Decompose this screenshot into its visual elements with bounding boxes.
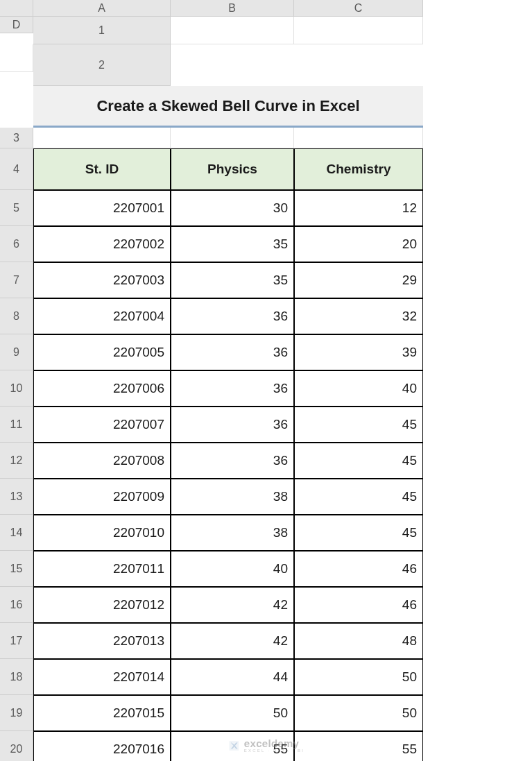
column-header-D[interactable]: D xyxy=(0,17,33,33)
table-cell-chemistry[interactable]: 50 xyxy=(294,659,423,695)
table-cell-id[interactable]: 2207006 xyxy=(33,370,171,407)
table-cell-chemistry[interactable]: 46 xyxy=(294,551,423,587)
table-cell-chemistry[interactable]: 32 xyxy=(294,298,423,334)
table-cell-physics[interactable]: 42 xyxy=(171,623,294,659)
table-cell-chemistry[interactable]: 40 xyxy=(294,370,423,407)
table-cell-physics[interactable]: 40 xyxy=(171,551,294,587)
row-header-14[interactable]: 14 xyxy=(0,515,33,551)
table-cell-id[interactable]: 2207013 xyxy=(33,623,171,659)
cell[interactable] xyxy=(294,17,423,44)
row-header-2[interactable]: 2 xyxy=(33,44,171,86)
row-header-12[interactable]: 12 xyxy=(0,443,33,479)
cell[interactable] xyxy=(171,128,294,148)
row-header-20[interactable]: 20 xyxy=(0,731,33,761)
row-header-6[interactable]: 6 xyxy=(0,226,33,262)
table-cell-chemistry[interactable]: 39 xyxy=(294,334,423,370)
column-header-B[interactable]: B xyxy=(171,0,294,17)
table-cell-id[interactable]: 2207005 xyxy=(33,334,171,370)
row-header-1[interactable]: 1 xyxy=(33,17,171,44)
table-header-id[interactable]: St. ID xyxy=(33,148,171,190)
table-cell-chemistry[interactable]: 45 xyxy=(294,407,423,443)
page-title[interactable]: Create a Skewed Bell Curve in Excel xyxy=(33,86,423,128)
row-header-13[interactable]: 13 xyxy=(0,479,33,515)
table-cell-chemistry[interactable]: 29 xyxy=(294,262,423,298)
table-cell-chemistry[interactable]: 20 xyxy=(294,226,423,262)
table-cell-physics[interactable]: 30 xyxy=(171,190,294,226)
table-cell-id[interactable]: 2207003 xyxy=(33,262,171,298)
table-cell-chemistry[interactable]: 55 xyxy=(294,731,423,761)
excel-icon xyxy=(228,739,240,752)
table-cell-id[interactable]: 2207001 xyxy=(33,190,171,226)
table-header-physics[interactable]: Physics xyxy=(171,148,294,190)
table-cell-physics[interactable]: 38 xyxy=(171,479,294,515)
watermark-main: exceldemy xyxy=(244,738,304,749)
column-header-A[interactable]: A xyxy=(33,0,171,17)
table-cell-chemistry[interactable]: 48 xyxy=(294,623,423,659)
table-cell-chemistry[interactable]: 45 xyxy=(294,443,423,479)
table-cell-physics[interactable]: 35 xyxy=(171,226,294,262)
table-cell-chemistry[interactable]: 45 xyxy=(294,479,423,515)
table-cell-chemistry[interactable]: 12 xyxy=(294,190,423,226)
table-cell-id[interactable]: 2207009 xyxy=(33,479,171,515)
table-cell-physics[interactable]: 38 xyxy=(171,515,294,551)
watermark-sub: EXCEL · DATA · BI xyxy=(244,749,304,753)
row-header-3[interactable]: 3 xyxy=(0,128,33,148)
table-cell-physics[interactable]: 36 xyxy=(171,443,294,479)
table-cell-id[interactable]: 2207007 xyxy=(33,407,171,443)
watermark: exceldemy EXCEL · DATA · BI xyxy=(228,738,304,753)
table-cell-physics[interactable]: 42 xyxy=(171,587,294,623)
table-cell-id[interactable]: 2207015 xyxy=(33,695,171,731)
row-header-8[interactable]: 8 xyxy=(0,298,33,334)
cell[interactable] xyxy=(294,128,423,148)
row-header-5[interactable]: 5 xyxy=(0,190,33,226)
row-header-16[interactable]: 16 xyxy=(0,587,33,623)
row-header-10[interactable]: 10 xyxy=(0,370,33,407)
table-cell-physics[interactable]: 36 xyxy=(171,298,294,334)
table-cell-id[interactable]: 2207008 xyxy=(33,443,171,479)
table-cell-id[interactable]: 2207014 xyxy=(33,659,171,695)
table-cell-physics[interactable]: 35 xyxy=(171,262,294,298)
table-cell-id[interactable]: 2207011 xyxy=(33,551,171,587)
cell[interactable] xyxy=(0,44,33,72)
table-cell-physics[interactable]: 50 xyxy=(171,695,294,731)
table-cell-physics[interactable]: 36 xyxy=(171,407,294,443)
cell[interactable] xyxy=(171,17,294,44)
table-cell-id[interactable]: 2207012 xyxy=(33,587,171,623)
table-cell-id[interactable]: 2207016 xyxy=(33,731,171,761)
row-header-19[interactable]: 19 xyxy=(0,695,33,731)
row-header-9[interactable]: 9 xyxy=(0,334,33,370)
row-header-4[interactable]: 4 xyxy=(0,148,33,190)
table-header-chemistry[interactable]: Chemistry xyxy=(294,148,423,190)
table-cell-id[interactable]: 2207004 xyxy=(33,298,171,334)
row-header-7[interactable]: 7 xyxy=(0,262,33,298)
table-cell-physics[interactable]: 36 xyxy=(171,334,294,370)
row-header-18[interactable]: 18 xyxy=(0,659,33,695)
corner-cell[interactable] xyxy=(0,0,33,17)
row-header-11[interactable]: 11 xyxy=(0,407,33,443)
table-cell-chemistry[interactable]: 46 xyxy=(294,587,423,623)
table-cell-id[interactable]: 2207002 xyxy=(33,226,171,262)
table-cell-chemistry[interactable]: 45 xyxy=(294,515,423,551)
row-header-17[interactable]: 17 xyxy=(0,623,33,659)
table-cell-physics[interactable]: 36 xyxy=(171,370,294,407)
spreadsheet-grid: A B C D 1 2 Create a Skewed Bell Curve i… xyxy=(0,0,532,761)
table-cell-physics[interactable]: 44 xyxy=(171,659,294,695)
table-cell-id[interactable]: 2207010 xyxy=(33,515,171,551)
cell[interactable] xyxy=(33,128,171,148)
table-cell-chemistry[interactable]: 50 xyxy=(294,695,423,731)
column-header-C[interactable]: C xyxy=(294,0,423,17)
row-header-15[interactable]: 15 xyxy=(0,551,33,587)
